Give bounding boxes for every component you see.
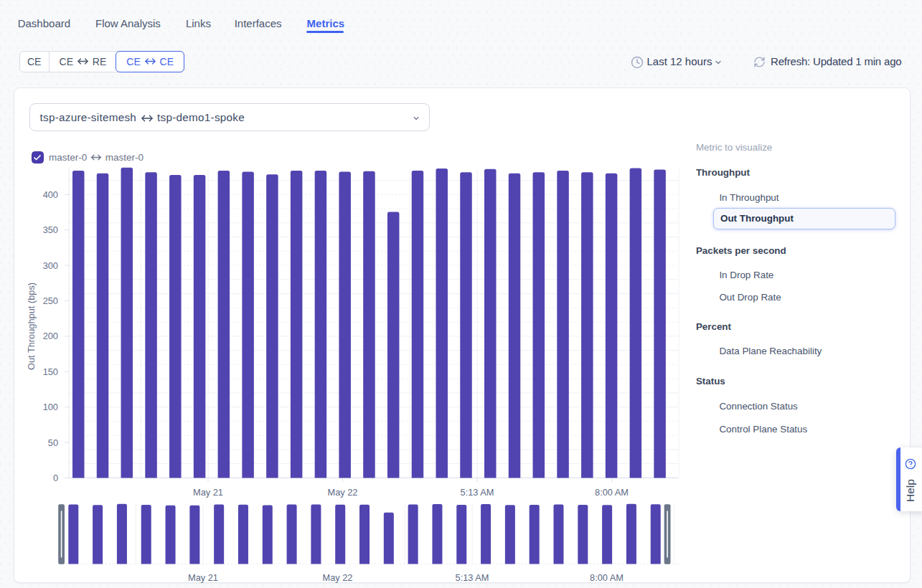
svg-text:350: 350 — [43, 224, 58, 235]
svg-text:50: 50 — [48, 437, 58, 448]
svg-text:400: 400 — [43, 189, 58, 200]
svg-text:8:00 AM: 8:00 AM — [590, 572, 624, 583]
svg-text:May 21: May 21 — [188, 572, 218, 583]
svg-text:May 21: May 21 — [193, 487, 223, 498]
svg-text:300: 300 — [43, 260, 58, 271]
svg-text:100: 100 — [43, 402, 58, 412]
svg-text:250: 250 — [43, 295, 58, 306]
svg-text:150: 150 — [43, 366, 58, 377]
svg-text:5:13 AM: 5:13 AM — [456, 572, 489, 583]
svg-text:0: 0 — [53, 473, 58, 483]
svg-text:Out Throughput (bps): Out Throughput (bps) — [26, 283, 37, 370]
svg-text:May 22: May 22 — [328, 487, 358, 498]
svg-text:200: 200 — [43, 331, 58, 341]
svg-text:8:00 AM: 8:00 AM — [595, 487, 629, 498]
svg-text:May 22: May 22 — [323, 572, 353, 583]
svg-text:5:13 AM: 5:13 AM — [461, 487, 494, 498]
